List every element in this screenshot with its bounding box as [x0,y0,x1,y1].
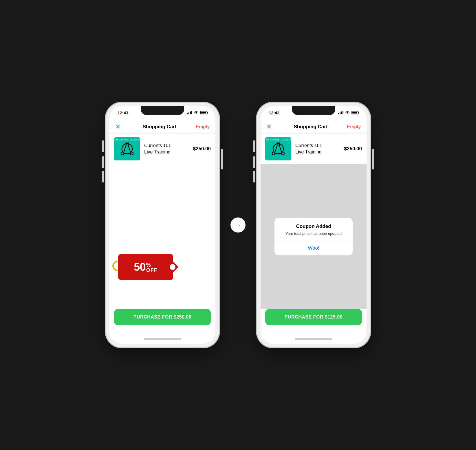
tag-shape: 50%OFF [118,254,173,280]
nav-title-2: Shopping Cart [294,124,327,130]
item-image-1: ize Currents 101 Live Traini [114,137,140,160]
item-price-2: $250.00 [344,146,362,152]
tag-percent: 50%OFF [134,261,157,273]
content-area-2: Coupon Added Your total price has been u… [261,164,367,309]
item-image-2: ize Currents 101 Live Traini [265,137,291,160]
wifi-icon-2 [345,110,350,115]
status-bar-1: 12:43 [109,106,215,121]
signal-icon-2 [338,111,343,114]
item-name-1: Currents 101 Live Training [144,142,189,156]
time-1: 12:43 [118,110,128,115]
nav-title-1: Shopping Cart [142,124,176,130]
scene: 12:43 [106,103,370,347]
tag-circle [170,264,175,270]
phone-before: 12:43 [106,103,219,347]
empty-button-1[interactable]: Empty [192,124,210,130]
cart-item-1: ize Currents 101 Live Traini Currents 10… [109,134,215,164]
purchase-button-1[interactable]: PURCHASE FOR $250.00 [114,309,211,325]
item-info-1: Currents 101 Live Training [144,142,189,156]
purchase-button-2[interactable]: PURCHASE FOR $125.00 [265,309,362,325]
item-name-2: Currents 101 Live Training [295,142,340,156]
item-image-label-1: ize Currents 101 Live Traini [114,138,140,141]
cart-item-2: ize Currents 101 Live Traini Currents 10… [261,134,367,164]
battery-icon-1 [200,111,207,114]
close-button-1[interactable]: ✕ [115,123,127,131]
alert-content: Coupon Added Your total price has been u… [274,218,353,236]
svg-line-5 [128,145,131,153]
svg-line-12 [279,145,282,153]
nav-bar-1: ✕ Shopping Cart Empty [109,121,215,134]
alert-woo-button[interactable]: Woo! [274,242,353,255]
alert-message: Your total price has been updated [279,231,348,236]
battery-icon-2 [351,111,358,114]
nav-bar-2: ✕ Shopping Cart Empty [261,121,367,134]
notch-1 [141,106,184,115]
phone-after: 12:43 [257,103,370,347]
alert-modal: Coupon Added Your total price has been u… [274,218,353,255]
signal-icon-1 [187,111,192,114]
item-price-1: $250.00 [193,146,211,152]
status-bar-2: 12:43 [261,106,367,121]
empty-button-2[interactable]: Empty [343,124,361,130]
close-button-2[interactable]: ✕ [266,123,278,131]
transition-arrow: → [230,217,246,233]
time-2: 12:43 [269,110,279,115]
svg-line-11 [275,145,277,153]
alert-title: Coupon Added [279,224,348,229]
status-icons-2 [338,110,358,115]
content-area-1: 50%OFF [109,164,215,309]
item-image-label-2: ize Currents 101 Live Traini [265,138,291,141]
status-icons-1 [187,110,207,115]
home-indicator-1 [109,334,215,344]
item-info-2: Currents 101 Live Training [295,142,340,156]
notch-2 [292,106,335,115]
wifi-icon-1 [194,110,199,115]
discount-tag: 50%OFF [118,254,173,280]
home-indicator-2 [261,334,367,344]
svg-line-4 [124,145,126,153]
